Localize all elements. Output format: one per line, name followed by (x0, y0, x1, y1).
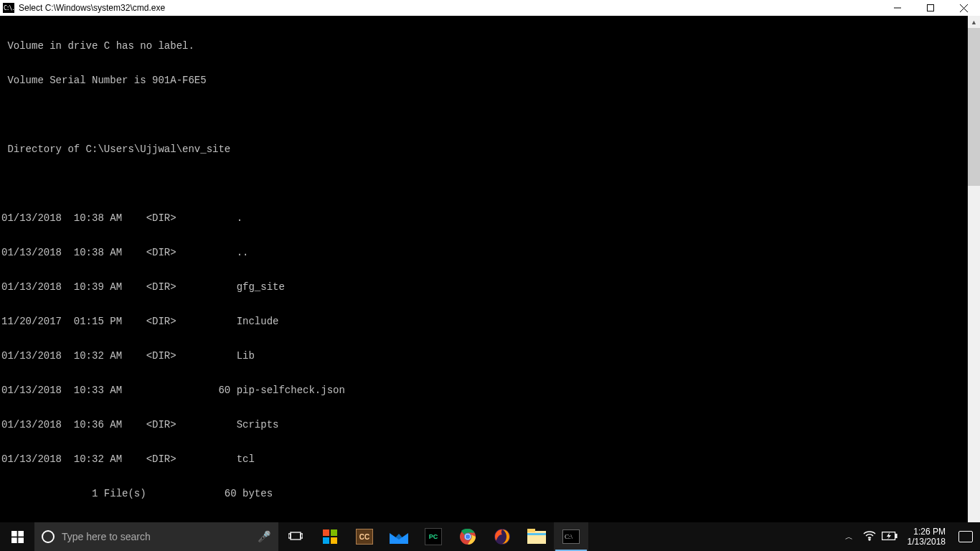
svg-point-20 (466, 534, 470, 539)
start-button[interactable] (0, 522, 34, 551)
terminal-line: 01/13/2018 10:33 AM 60 pip-selfcheck.jso… (1, 385, 968, 396)
svg-rect-8 (291, 532, 301, 540)
scroll-thumb[interactable] (968, 28, 980, 186)
taskbar-app-cmd[interactable]: C:\ (554, 522, 588, 551)
wifi-icon[interactable] (863, 531, 876, 543)
mic-icon[interactable]: 🎤 (258, 530, 271, 543)
cortana-icon (42, 530, 55, 543)
svg-rect-22 (527, 531, 546, 544)
svg-rect-27 (895, 534, 897, 537)
svg-rect-12 (331, 529, 337, 536)
tray-overflow-button[interactable]: ︿ (841, 532, 857, 542)
terminal-line (1, 109, 968, 121)
terminal-line: 11/20/2017 01:15 PM <DIR> Include (1, 316, 968, 327)
terminal-line: 01/13/2018 10:38 AM <DIR> .. (1, 247, 968, 258)
battery-icon[interactable] (882, 532, 897, 542)
terminal-line: Volume in drive C has no label. (1, 40, 968, 52)
clock-time: 1:26 PM (908, 527, 946, 537)
svg-point-25 (869, 539, 870, 540)
system-tray: ︿ 1:26 PM 1/13/2018 (841, 522, 980, 551)
terminal-line: 01/13/2018 10:38 AM <DIR> . (1, 212, 968, 224)
terminal-line: 01/13/2018 10:36 AM <DIR> Scripts (1, 419, 968, 430)
taskbar-apps: CC PC C:\ (313, 522, 588, 551)
search-placeholder: Type here to search (62, 531, 250, 542)
taskbar: Type here to search 🎤 CC PC (0, 522, 980, 551)
terminal-output[interactable]: Volume in drive C has no label. Volume S… (0, 16, 968, 551)
cmd-icon: C:\. (3, 3, 14, 13)
taskbar-app-store[interactable] (313, 522, 347, 551)
taskbar-app-mail[interactable] (382, 522, 416, 551)
svg-rect-5 (18, 531, 24, 537)
terminal-line: 1 File(s) 60 bytes (1, 488, 968, 499)
vertical-scrollbar[interactable]: ▲ ▼ (968, 16, 980, 551)
svg-rect-7 (18, 537, 24, 543)
svg-rect-4 (11, 531, 17, 537)
titlebar[interactable]: C:\. Select C:\Windows\system32\cmd.exe (0, 0, 980, 16)
cmd-window: C:\. Select C:\Windows\system32\cmd.exe … (0, 0, 980, 522)
svg-rect-1 (928, 5, 934, 11)
svg-rect-6 (11, 537, 17, 543)
taskbar-app-firefox[interactable] (485, 522, 519, 551)
action-center-icon[interactable] (958, 531, 973, 542)
taskbar-app-explorer[interactable] (519, 522, 554, 551)
terminal-line: Directory of C:\Users\Ujjwal\env_site (1, 143, 968, 155)
minimize-button[interactable] (881, 0, 914, 16)
clock[interactable]: 1:26 PM 1/13/2018 (903, 527, 950, 547)
svg-rect-9 (288, 534, 291, 538)
task-view-button[interactable] (278, 522, 313, 551)
clock-date: 1/13/2018 (908, 537, 946, 547)
taskbar-app-pycharm[interactable]: PC (416, 522, 451, 551)
svg-marker-28 (887, 532, 891, 540)
svg-rect-23 (527, 529, 535, 532)
window-title: Select C:\Windows\system32\cmd.exe (19, 3, 165, 13)
svg-rect-11 (323, 529, 329, 536)
maximize-button[interactable] (914, 0, 947, 16)
search-box[interactable]: Type here to search 🎤 (34, 522, 278, 551)
terminal-line: 01/13/2018 10:32 AM <DIR> Lib (1, 350, 968, 362)
svg-rect-24 (527, 533, 546, 535)
terminal-line: 01/13/2018 10:39 AM <DIR> gfg_site (1, 281, 968, 293)
terminal-line (1, 178, 968, 189)
svg-rect-14 (331, 537, 337, 544)
svg-rect-10 (301, 534, 303, 538)
taskbar-app-chrome[interactable] (451, 522, 485, 551)
close-button[interactable] (947, 0, 980, 16)
svg-rect-13 (323, 537, 329, 544)
terminal-line: Volume Serial Number is 901A-F6E5 (1, 75, 968, 86)
terminal-line: 01/13/2018 10:32 AM <DIR> tcl (1, 453, 968, 465)
taskbar-app-cc[interactable]: CC (347, 522, 382, 551)
scroll-up-button[interactable]: ▲ (968, 16, 980, 28)
